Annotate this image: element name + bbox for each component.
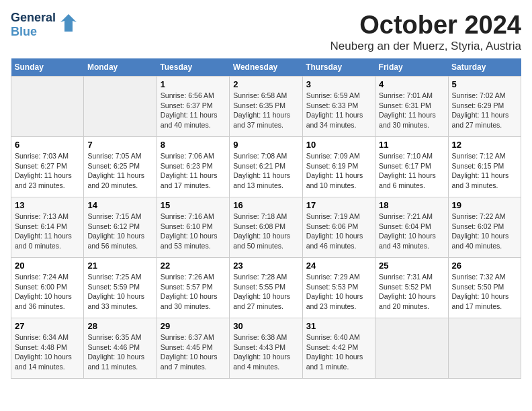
- day-cell-2-6: 19Sunrise: 7:22 AM Sunset: 6:02 PM Dayli…: [448, 197, 521, 258]
- page-title: October 2024: [330, 11, 521, 40]
- day-cell-0-2: 1Sunrise: 6:56 AM Sunset: 6:37 PM Daylig…: [157, 77, 229, 137]
- day-cell-3-3: 23Sunrise: 7:28 AM Sunset: 5:55 PM Dayli…: [230, 258, 302, 318]
- day-cell-0-4: 3Sunrise: 6:59 AM Sunset: 6:33 PM Daylig…: [302, 77, 375, 137]
- day-cell-4-5: [375, 318, 448, 379]
- day-number: 2: [233, 79, 298, 89]
- day-cell-1-0: 6Sunrise: 7:03 AM Sunset: 6:27 PM Daylig…: [11, 137, 84, 197]
- day-cell-3-2: 22Sunrise: 7:26 AM Sunset: 5:57 PM Dayli…: [157, 258, 229, 318]
- day-number: 17: [306, 200, 371, 210]
- day-info: Sunrise: 6:59 AM Sunset: 6:33 PM Dayligh…: [306, 91, 371, 130]
- day-number: 15: [161, 200, 226, 210]
- day-cell-0-6: 5Sunrise: 7:02 AM Sunset: 6:29 PM Daylig…: [448, 77, 521, 137]
- day-number: 20: [15, 261, 80, 271]
- day-number: 9: [233, 140, 298, 150]
- day-info: Sunrise: 7:32 AM Sunset: 5:50 PM Dayligh…: [452, 272, 517, 312]
- week-row-4: 20Sunrise: 7:24 AM Sunset: 6:00 PM Dayli…: [11, 258, 521, 318]
- day-cell-4-4: 31Sunrise: 6:40 AM Sunset: 4:42 PM Dayli…: [302, 318, 375, 379]
- day-number: 1: [161, 79, 226, 89]
- day-cell-3-4: 24Sunrise: 7:29 AM Sunset: 5:53 PM Dayli…: [302, 258, 375, 318]
- day-info: Sunrise: 7:29 AM Sunset: 5:53 PM Dayligh…: [306, 272, 371, 312]
- day-cell-0-3: 2Sunrise: 6:58 AM Sunset: 6:35 PM Daylig…: [230, 77, 302, 137]
- day-info: Sunrise: 7:19 AM Sunset: 6:06 PM Dayligh…: [306, 212, 371, 251]
- week-row-2: 6Sunrise: 7:03 AM Sunset: 6:27 PM Daylig…: [11, 137, 521, 197]
- day-number: 19: [452, 200, 517, 210]
- day-info: Sunrise: 7:03 AM Sunset: 6:27 PM Dayligh…: [15, 151, 80, 191]
- week-row-5: 27Sunrise: 6:34 AM Sunset: 4:48 PM Dayli…: [11, 318, 521, 379]
- header-saturday: Saturday: [448, 58, 521, 77]
- day-info: Sunrise: 7:26 AM Sunset: 5:57 PM Dayligh…: [161, 272, 226, 312]
- header-wednesday: Wednesday: [230, 58, 302, 77]
- header: General Blue October 2024 Neuberg an der…: [11, 11, 521, 53]
- day-cell-1-6: 12Sunrise: 7:12 AM Sunset: 6:15 PM Dayli…: [448, 137, 521, 197]
- day-info: Sunrise: 7:06 AM Sunset: 6:23 PM Dayligh…: [161, 151, 226, 191]
- title-block: October 2024 Neuberg an der Muerz, Styri…: [330, 11, 521, 53]
- logo-icon: [59, 13, 78, 37]
- day-number: 24: [306, 261, 371, 271]
- day-number: 29: [161, 321, 226, 331]
- svg-marker-0: [60, 14, 77, 32]
- day-number: 6: [15, 140, 80, 150]
- calendar-header-row: SundayMondayTuesdayWednesdayThursdayFrid…: [11, 58, 521, 77]
- day-info: Sunrise: 6:40 AM Sunset: 4:42 PM Dayligh…: [306, 332, 371, 372]
- day-info: Sunrise: 7:01 AM Sunset: 6:31 PM Dayligh…: [379, 91, 444, 130]
- day-number: 28: [87, 321, 152, 331]
- day-info: Sunrise: 7:10 AM Sunset: 6:17 PM Dayligh…: [379, 151, 444, 191]
- day-info: Sunrise: 7:21 AM Sunset: 6:04 PM Dayligh…: [379, 212, 444, 251]
- day-number: 4: [379, 79, 444, 89]
- day-number: 22: [161, 261, 226, 271]
- day-number: 13: [15, 200, 80, 210]
- day-number: 30: [233, 321, 298, 331]
- day-cell-3-5: 25Sunrise: 7:31 AM Sunset: 5:52 PM Dayli…: [375, 258, 448, 318]
- day-number: 27: [15, 321, 80, 331]
- day-cell-4-1: 28Sunrise: 6:35 AM Sunset: 4:46 PM Dayli…: [84, 318, 157, 379]
- header-tuesday: Tuesday: [157, 58, 229, 77]
- day-cell-0-1: [84, 77, 157, 137]
- day-cell-1-2: 8Sunrise: 7:06 AM Sunset: 6:23 PM Daylig…: [157, 137, 229, 197]
- day-info: Sunrise: 7:08 AM Sunset: 6:21 PM Dayligh…: [233, 151, 298, 191]
- day-number: 31: [306, 321, 371, 331]
- day-number: 25: [379, 261, 444, 271]
- header-friday: Friday: [375, 58, 448, 77]
- logo-general: General: [11, 11, 56, 25]
- day-info: Sunrise: 6:35 AM Sunset: 4:46 PM Dayligh…: [87, 332, 152, 372]
- day-number: 8: [161, 140, 226, 150]
- day-info: Sunrise: 7:28 AM Sunset: 5:55 PM Dayligh…: [233, 272, 298, 312]
- day-cell-2-2: 15Sunrise: 7:16 AM Sunset: 6:10 PM Dayli…: [157, 197, 229, 258]
- day-cell-3-0: 20Sunrise: 7:24 AM Sunset: 6:00 PM Dayli…: [11, 258, 84, 318]
- day-info: Sunrise: 7:31 AM Sunset: 5:52 PM Dayligh…: [379, 272, 444, 312]
- day-number: 26: [452, 261, 517, 271]
- day-cell-2-4: 17Sunrise: 7:19 AM Sunset: 6:06 PM Dayli…: [302, 197, 375, 258]
- day-info: Sunrise: 7:09 AM Sunset: 6:19 PM Dayligh…: [306, 151, 371, 191]
- day-number: 11: [379, 140, 444, 150]
- day-info: Sunrise: 7:12 AM Sunset: 6:15 PM Dayligh…: [452, 151, 517, 191]
- day-cell-4-2: 29Sunrise: 6:37 AM Sunset: 4:45 PM Dayli…: [157, 318, 229, 379]
- day-cell-4-3: 30Sunrise: 6:38 AM Sunset: 4:43 PM Dayli…: [230, 318, 302, 379]
- logo: General Blue: [11, 11, 78, 38]
- day-cell-4-0: 27Sunrise: 6:34 AM Sunset: 4:48 PM Dayli…: [11, 318, 84, 379]
- day-cell-2-1: 14Sunrise: 7:15 AM Sunset: 6:12 PM Dayli…: [84, 197, 157, 258]
- day-info: Sunrise: 7:05 AM Sunset: 6:25 PM Dayligh…: [87, 151, 152, 191]
- day-cell-1-3: 9Sunrise: 7:08 AM Sunset: 6:21 PM Daylig…: [230, 137, 302, 197]
- day-number: 10: [306, 140, 371, 150]
- header-monday: Monday: [84, 58, 157, 77]
- day-cell-0-0: [11, 77, 84, 137]
- header-sunday: Sunday: [11, 58, 84, 77]
- day-cell-4-6: [448, 318, 521, 379]
- day-info: Sunrise: 6:37 AM Sunset: 4:45 PM Dayligh…: [161, 332, 226, 372]
- day-cell-0-5: 4Sunrise: 7:01 AM Sunset: 6:31 PM Daylig…: [375, 77, 448, 137]
- day-info: Sunrise: 6:56 AM Sunset: 6:37 PM Dayligh…: [161, 91, 226, 130]
- page-subtitle: Neuberg an der Muerz, Styria, Austria: [330, 40, 521, 53]
- day-cell-2-5: 18Sunrise: 7:21 AM Sunset: 6:04 PM Dayli…: [375, 197, 448, 258]
- day-number: 18: [379, 200, 444, 210]
- day-number: 23: [233, 261, 298, 271]
- week-row-1: 1Sunrise: 6:56 AM Sunset: 6:37 PM Daylig…: [11, 77, 521, 137]
- day-info: Sunrise: 6:34 AM Sunset: 4:48 PM Dayligh…: [15, 332, 80, 372]
- day-info: Sunrise: 6:58 AM Sunset: 6:35 PM Dayligh…: [233, 91, 298, 130]
- day-cell-2-3: 16Sunrise: 7:18 AM Sunset: 6:08 PM Dayli…: [230, 197, 302, 258]
- day-info: Sunrise: 7:02 AM Sunset: 6:29 PM Dayligh…: [452, 91, 517, 130]
- day-number: 21: [87, 261, 152, 271]
- day-info: Sunrise: 6:38 AM Sunset: 4:43 PM Dayligh…: [233, 332, 298, 372]
- day-cell-1-4: 10Sunrise: 7:09 AM Sunset: 6:19 PM Dayli…: [302, 137, 375, 197]
- day-cell-3-1: 21Sunrise: 7:25 AM Sunset: 5:59 PM Dayli…: [84, 258, 157, 318]
- day-number: 7: [87, 140, 152, 150]
